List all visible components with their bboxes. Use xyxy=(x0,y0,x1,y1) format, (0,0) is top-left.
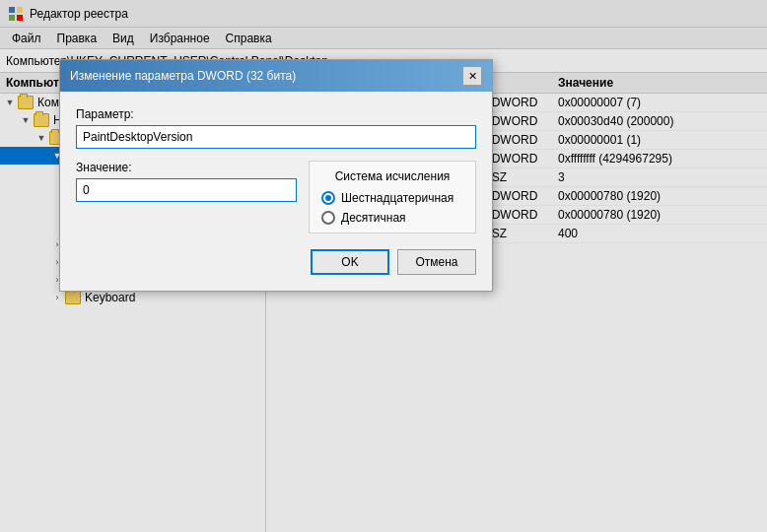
radio-dec[interactable]: Десятичная xyxy=(321,211,463,225)
value-label: Значение: xyxy=(76,161,297,174)
ok-button[interactable]: OK xyxy=(311,249,389,275)
dialog-title-bar: Изменение параметра DWORD (32 бита) ✕ xyxy=(60,60,492,92)
radio-hex[interactable]: Шестнадцатеричная xyxy=(321,191,463,205)
dialog-title: Изменение параметра DWORD (32 бита) xyxy=(70,69,296,83)
numbase-section: Система исчисления Шестнадцатеричная Дес… xyxy=(309,161,476,233)
edit-dword-dialog: Изменение параметра DWORD (32 бита) ✕ Па… xyxy=(59,59,493,292)
value-input[interactable] xyxy=(76,178,297,202)
radio-hex-label: Шестнадцатеричная xyxy=(341,191,453,205)
dialog-close-button[interactable]: ✕ xyxy=(462,66,482,86)
cancel-button[interactable]: Отмена xyxy=(397,249,476,275)
dialog-body: Параметр: Значение: Система исчисления Ш… xyxy=(60,92,492,291)
numbase-title: Система исчисления xyxy=(321,169,463,183)
param-label: Параметр: xyxy=(76,107,476,121)
param-input[interactable] xyxy=(76,125,476,149)
dialog-buttons: OK Отмена xyxy=(76,249,476,275)
dialog-row: Значение: Система исчисления Шестнадцате… xyxy=(76,161,476,233)
close-icon: ✕ xyxy=(468,70,477,83)
radio-dec-label: Десятичная xyxy=(341,211,406,225)
value-section: Значение: xyxy=(76,161,297,202)
radio-dec-circle xyxy=(321,211,335,225)
dialog-overlay: Изменение параметра DWORD (32 бита) ✕ Па… xyxy=(0,0,767,532)
radio-group: Шестнадцатеричная Десятичная xyxy=(321,191,463,225)
radio-hex-circle xyxy=(321,191,335,205)
